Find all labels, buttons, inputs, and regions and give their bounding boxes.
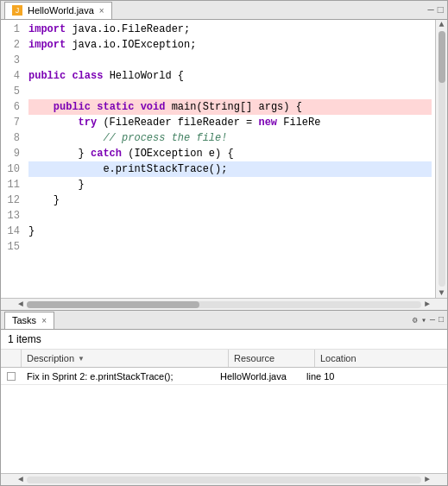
code-line-6: public static void main(String[] args) {: [28, 99, 432, 115]
code-line-11: }: [28, 177, 432, 193]
tasks-scroll-right[interactable]: ►: [421, 475, 433, 484]
scrollbar-h-thumb[interactable]: [27, 301, 199, 308]
tasks-panel: Tasks × ⚙ ▾ — □ 1 items Description ▼ Re…: [0, 311, 448, 486]
tasks-filter-icon[interactable]: ⚙: [413, 315, 418, 325]
horizontal-scrollbar[interactable]: ◄ ►: [1, 298, 447, 310]
scroll-left-arrow[interactable]: ◄: [15, 300, 27, 309]
col-header-description[interactable]: Description ▼: [22, 350, 229, 367]
scroll-up-arrow[interactable]: ▲: [439, 20, 444, 29]
editor-tab-close[interactable]: ×: [99, 6, 104, 16]
row-resource: HelloWorld.java: [215, 369, 301, 383]
code-line-14: }: [28, 224, 432, 239]
code-line-4: public class HelloWorld {: [28, 68, 432, 84]
tasks-maximize[interactable]: □: [439, 315, 444, 325]
row-check[interactable]: [1, 370, 22, 382]
java-file-icon: J: [12, 5, 22, 16]
tasks-tab[interactable]: Tasks ×: [4, 312, 54, 329]
description-sort-arrow[interactable]: ▼: [78, 355, 85, 363]
tasks-scrollbar-h[interactable]: ◄ ►: [1, 473, 447, 485]
editor-content: 123456789101112131415 import java.io.Fil…: [1, 20, 447, 298]
row-description: Fix in Sprint 2: e.printStackTrace();: [22, 369, 215, 383]
task-checkbox[interactable]: [7, 372, 16, 381]
tasks-tab-close[interactable]: ×: [41, 316, 47, 325]
col-header-check: [1, 350, 22, 367]
scroll-down-arrow[interactable]: ▼: [439, 288, 444, 298]
editor-tab[interactable]: J HelloWorld.java ×: [4, 2, 112, 19]
code-line-1: import java.io.FileReader;: [28, 22, 432, 37]
code-line-3: [28, 53, 432, 68]
code-line-2: import java.io.IOException;: [28, 37, 432, 53]
tasks-tab-controls: ⚙ ▾ — □: [413, 315, 444, 325]
code-line-5: [28, 84, 432, 99]
code-line-9: } catch (IOException e) {: [28, 146, 432, 161]
editor-maximize[interactable]: □: [438, 4, 444, 16]
editor-panel: J HelloWorld.java × — □ 1234567891011121…: [0, 0, 448, 311]
editor-minimize[interactable]: —: [428, 4, 434, 16]
code-area[interactable]: import java.io.FileReader;import java.io…: [25, 20, 435, 298]
row-location: line 10: [301, 369, 447, 383]
tasks-minimize[interactable]: —: [430, 315, 435, 325]
table-row[interactable]: Fix in Sprint 2: e.printStackTrace(); He…: [1, 368, 447, 385]
scroll-right-arrow[interactable]: ►: [421, 300, 433, 309]
scrollbar-h-track[interactable]: [27, 301, 421, 308]
tasks-sort-icon[interactable]: ▾: [421, 315, 426, 325]
editor-tab-controls: — □: [428, 4, 444, 16]
code-line-15: [28, 239, 432, 255]
tasks-table-header: Description ▼ Resource Location: [1, 350, 447, 368]
tasks-scroll-left[interactable]: ◄: [15, 475, 27, 484]
code-line-8: // process the file!: [28, 130, 432, 146]
vertical-scrollbar[interactable]: ▲ ▼: [435, 20, 447, 298]
col-header-resource[interactable]: Resource: [229, 350, 315, 367]
code-line-13: [28, 208, 432, 224]
tasks-count: 1 items: [1, 330, 447, 350]
tasks-scrollbar-h-track[interactable]: [27, 477, 421, 483]
tasks-tab-bar: Tasks × ⚙ ▾ — □: [1, 311, 447, 330]
tasks-content: 1 items Description ▼ Resource Location …: [1, 330, 447, 473]
tasks-tab-label: Tasks: [12, 315, 36, 325]
code-line-10: e.printStackTrace();: [28, 161, 432, 177]
scrollbar-v-track[interactable]: [439, 31, 445, 287]
editor-tab-label: HelloWorld.java: [28, 5, 94, 16]
code-line-7: try (FileReader fileReader = new FileRe: [28, 115, 432, 130]
code-line-12: }: [28, 193, 432, 208]
line-numbers: 123456789101112131415: [1, 20, 25, 298]
editor-tab-bar: J HelloWorld.java × — □: [1, 1, 447, 20]
scrollbar-v-thumb[interactable]: [439, 31, 445, 83]
tasks-table: Description ▼ Resource Location Fix in S…: [1, 350, 447, 473]
col-header-location[interactable]: Location: [315, 350, 447, 367]
